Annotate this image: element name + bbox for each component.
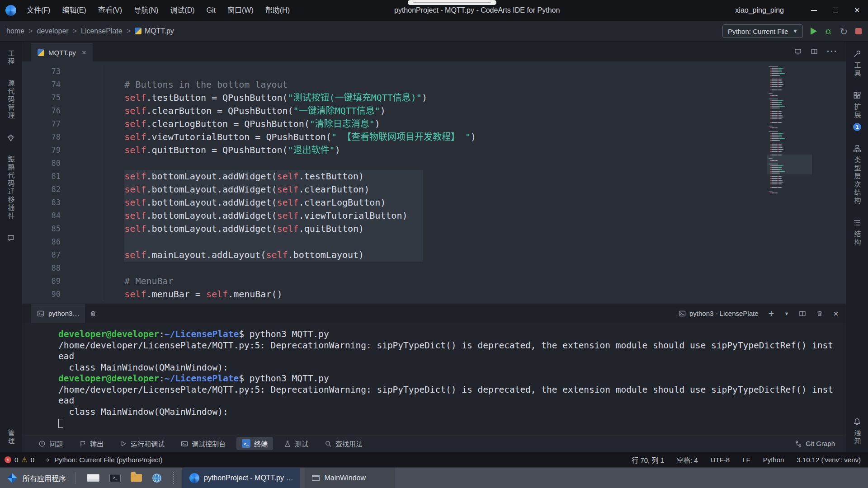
terminal-launcher-icon[interactable]: >_ bbox=[109, 474, 121, 482]
terminal-session[interactable]: python3 - LicensePlate bbox=[679, 310, 759, 317]
file-manager-icon[interactable] bbox=[131, 474, 142, 482]
panel-tab-终端[interactable]: >_终端 bbox=[236, 437, 273, 450]
activity-item-类型层次结构[interactable]: 类型层次结构 bbox=[853, 145, 862, 205]
code-editor[interactable]: 7374 # Buttons in the bottom layout75 se… bbox=[22, 61, 846, 304]
panel-tab-问题[interactable]: 问题 bbox=[33, 437, 68, 450]
screen-notch-handle[interactable] bbox=[408, 0, 496, 5]
chat-icon[interactable] bbox=[7, 234, 15, 242]
kill-terminal-icon[interactable] bbox=[90, 310, 97, 317]
start-menu-button[interactable]: 所有应用程序 bbox=[4, 472, 69, 484]
code-line: 74 # Buttons in the bottom layout bbox=[22, 78, 846, 91]
run-config-dropdown[interactable]: Python: Current File ▼ bbox=[722, 24, 803, 38]
activity-item-源代码管理[interactable]: 源代码管理 bbox=[6, 80, 16, 120]
code-line: 79 self.quitButton = QPushButton("退出软件") bbox=[22, 144, 846, 157]
code-text bbox=[61, 65, 81, 78]
close-button[interactable]: × bbox=[846, 0, 868, 21]
split-terminal-icon[interactable] bbox=[799, 310, 806, 317]
breadcrumb: home>developer>LicensePlate>MQTT.py bbox=[6, 27, 174, 35]
minimap-line bbox=[769, 178, 810, 179]
tab-mqtt-py[interactable]: MQTT.py × bbox=[31, 43, 93, 61]
new-terminal-icon[interactable]: + bbox=[769, 309, 774, 319]
terminal-output[interactable]: developer@developer:~/LicensePlate$ pyth… bbox=[22, 323, 846, 435]
minimap-line bbox=[769, 144, 810, 145]
minimap-line bbox=[769, 122, 810, 123]
terminal-tab[interactable]: python3… bbox=[31, 304, 85, 323]
account-name[interactable]: xiao_ping_ping bbox=[735, 6, 784, 14]
activity-item-管理[interactable]: 管理 bbox=[6, 429, 16, 446]
panel-tab-输出[interactable]: 输出 bbox=[74, 437, 109, 450]
minimap[interactable] bbox=[769, 64, 810, 301]
minimap-line bbox=[769, 70, 810, 70]
extensions-icon bbox=[853, 91, 861, 99]
menu-item-Git[interactable]: Git bbox=[201, 0, 222, 21]
status-eol[interactable]: LF bbox=[742, 456, 750, 464]
minimize-button[interactable] bbox=[803, 0, 825, 21]
panel-tab-查找用法[interactable]: 查找用法 bbox=[319, 437, 368, 450]
activity-item-工程[interactable]: 工程 bbox=[6, 50, 16, 66]
close-tab-icon[interactable]: × bbox=[82, 48, 86, 57]
menu-item-查看V[interactable]: 查看(V) bbox=[92, 0, 128, 21]
status-indentation[interactable]: 空格: 4 bbox=[677, 455, 698, 465]
python-run-config-status[interactable]: Python: Current File (pythonProject) bbox=[45, 456, 162, 464]
activity-item-鲲鹏代码迁移插件[interactable]: 鲲鹏代码迁移插件 bbox=[6, 155, 16, 221]
preview-icon[interactable] bbox=[794, 48, 802, 55]
maximize-button[interactable] bbox=[825, 0, 846, 21]
status-encoding[interactable]: UTF-8 bbox=[711, 456, 730, 464]
taskbar-window-codearts[interactable]: pythonProject - MQTT.py … bbox=[182, 468, 300, 488]
code-line: 81 self.bottomLayout.addWidget(self.test… bbox=[22, 170, 846, 183]
more-actions-icon[interactable]: ··· bbox=[827, 47, 838, 56]
minimap-line bbox=[769, 106, 810, 107]
kill-panel-icon[interactable] bbox=[816, 310, 823, 317]
status-interpreter[interactable]: 3.10.12 ('venv': venv) bbox=[797, 456, 861, 464]
breadcrumb-file[interactable]: MQTT.py bbox=[135, 27, 174, 35]
activity-item-结构[interactable]: 结构 bbox=[853, 219, 862, 247]
split-editor-icon[interactable] bbox=[811, 48, 818, 55]
gem-icon[interactable] bbox=[7, 134, 15, 142]
run-button[interactable] bbox=[811, 28, 817, 35]
menu-item-编辑E[interactable]: 编辑(E) bbox=[56, 0, 92, 21]
stop-button[interactable] bbox=[855, 28, 862, 34]
breadcrumb-item[interactable]: developer bbox=[37, 27, 68, 35]
menu-item-调试D[interactable]: 调试(D) bbox=[164, 0, 200, 21]
breadcrumb-item[interactable]: home bbox=[6, 27, 24, 35]
status-language[interactable]: Python bbox=[763, 456, 784, 464]
code-text: self.bottomLayout.addWidget(self.testBut… bbox=[61, 170, 364, 183]
minimap-line bbox=[769, 100, 810, 101]
code-text bbox=[61, 262, 81, 275]
line-number: 77 bbox=[22, 117, 61, 131]
panel-tab-运行和调试[interactable]: 运行和调试 bbox=[114, 437, 170, 450]
window-icon bbox=[312, 475, 320, 481]
menu-item-导航N[interactable]: 导航(N) bbox=[128, 0, 164, 21]
git-graph-button[interactable]: Git Graph bbox=[795, 440, 835, 447]
line-number: 82 bbox=[22, 183, 61, 196]
minimap-viewport[interactable] bbox=[767, 155, 812, 174]
debug-console-icon bbox=[181, 440, 188, 447]
menu-item-文件F[interactable]: 文件(F) bbox=[21, 0, 56, 21]
code-text: self.quitButton = QPushButton("退出软件") bbox=[61, 144, 340, 157]
close-panel-icon[interactable]: × bbox=[833, 309, 839, 318]
activity-item-通知[interactable]: 通知 bbox=[853, 418, 862, 446]
status-cursor-position[interactable]: 行 70, 列 1 bbox=[632, 455, 664, 465]
code-text bbox=[61, 235, 81, 249]
minimap-line bbox=[769, 77, 810, 78]
browser-icon[interactable] bbox=[152, 473, 162, 483]
activity-item-扩展[interactable]: 扩展1 bbox=[853, 91, 862, 131]
error-count[interactable]: 0 bbox=[14, 456, 18, 464]
terminal-dropdown-icon[interactable]: ▼ bbox=[784, 311, 789, 316]
menu-item-帮助H[interactable]: 帮助(H) bbox=[259, 0, 296, 21]
breadcrumb-item[interactable]: LicensePlate bbox=[81, 27, 123, 35]
taskbar-window-mainwindow[interactable]: MainWindow bbox=[305, 468, 395, 488]
panel-tab-调试控制台[interactable]: 调试控制台 bbox=[175, 437, 231, 450]
minimap-line bbox=[769, 111, 810, 112]
warning-count[interactable]: 0 bbox=[31, 456, 34, 464]
restart-button[interactable]: ↻ bbox=[840, 27, 848, 36]
activity-item-工具[interactable]: 工具 bbox=[853, 50, 862, 78]
menu-item-窗口W[interactable]: 窗口(W) bbox=[222, 0, 259, 21]
debug-button[interactable] bbox=[825, 28, 832, 35]
panel-tab-测试[interactable]: 测试 bbox=[278, 437, 314, 450]
keyboard-launcher-icon[interactable] bbox=[87, 474, 99, 482]
minimap-line bbox=[769, 73, 810, 74]
panel-tab-label: 输出 bbox=[90, 439, 104, 448]
code-text: self.bottomLayout.addWidget(self.clearLo… bbox=[61, 196, 386, 209]
minimap-line bbox=[769, 191, 810, 192]
